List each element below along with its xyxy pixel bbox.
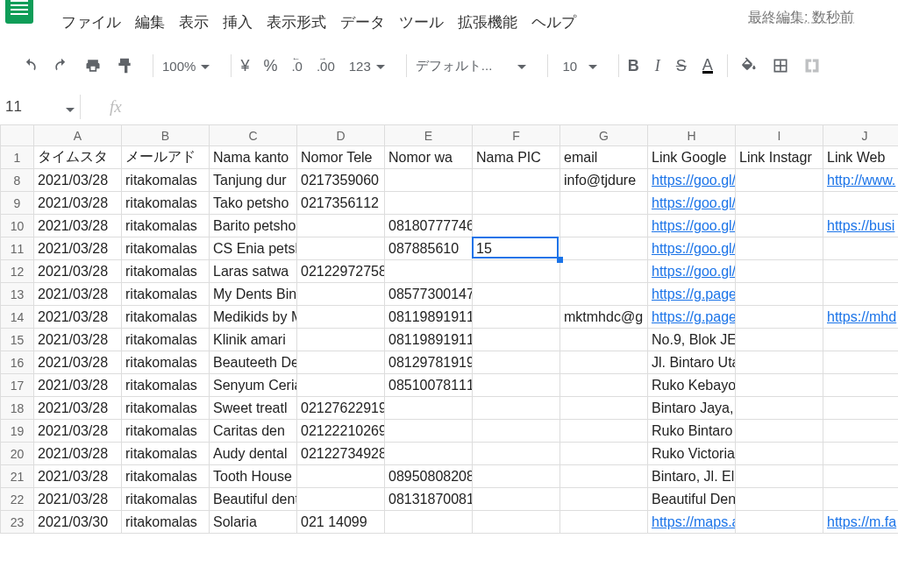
cell[interactable]: ritakomalas bbox=[122, 420, 210, 443]
cell[interactable]: info@tjdure bbox=[560, 169, 648, 192]
cell[interactable]: 087885610 bbox=[385, 237, 473, 260]
row-header-10[interactable]: 10 bbox=[1, 215, 34, 237]
cell[interactable]: Tooth House bbox=[210, 465, 297, 488]
cell[interactable]: http://www. bbox=[823, 169, 899, 192]
paint-format-button[interactable] bbox=[112, 53, 137, 78]
cell[interactable]: 2021/03/28 bbox=[34, 329, 122, 351]
cell[interactable] bbox=[823, 397, 899, 420]
row-header-9[interactable]: 9 bbox=[1, 192, 34, 215]
cell[interactable] bbox=[736, 169, 823, 192]
cell[interactable] bbox=[823, 329, 899, 351]
cell[interactable]: 08119891911 bbox=[385, 306, 473, 329]
cell[interactable] bbox=[560, 215, 648, 237]
cell[interactable] bbox=[473, 169, 560, 192]
column-header-I[interactable]: I bbox=[736, 125, 823, 146]
row-header-1[interactable]: 1 bbox=[1, 146, 34, 169]
menu-挿入[interactable]: 挿入 bbox=[223, 12, 253, 32]
cell[interactable] bbox=[473, 283, 560, 306]
chevron-down-icon[interactable] bbox=[376, 60, 387, 71]
cell[interactable] bbox=[560, 192, 648, 215]
cell[interactable] bbox=[560, 443, 648, 465]
cell[interactable] bbox=[297, 374, 385, 397]
cell[interactable] bbox=[297, 488, 385, 511]
cell[interactable] bbox=[736, 488, 823, 511]
cell[interactable] bbox=[297, 237, 385, 260]
font-size-select[interactable]: 10 bbox=[557, 59, 583, 74]
cell[interactable]: https://goo.gl/maps/AbsNgWaMyBE bbox=[648, 237, 736, 260]
cell[interactable] bbox=[473, 306, 560, 329]
cell[interactable] bbox=[385, 443, 473, 465]
cell[interactable]: ritakomalas bbox=[122, 465, 210, 488]
cell[interactable]: 089508082080 bbox=[385, 465, 473, 488]
zoom-select[interactable]: 100% bbox=[162, 59, 196, 74]
cell[interactable] bbox=[736, 329, 823, 351]
cell[interactable]: My Dents Bintaro bbox=[210, 283, 297, 306]
cell[interactable] bbox=[385, 511, 473, 534]
cell[interactable]: Link Instagr bbox=[736, 146, 823, 169]
cell[interactable] bbox=[736, 260, 823, 283]
cell[interactable]: 2021/03/28 bbox=[34, 260, 122, 283]
cell[interactable] bbox=[823, 420, 899, 443]
cell[interactable] bbox=[560, 465, 648, 488]
undo-button[interactable] bbox=[18, 53, 42, 78]
cell[interactable] bbox=[560, 420, 648, 443]
cell[interactable] bbox=[823, 443, 899, 465]
menu-表示形式[interactable]: 表示形式 bbox=[267, 12, 326, 32]
row-header-11[interactable]: 11 bbox=[1, 237, 34, 260]
cell[interactable] bbox=[736, 351, 823, 374]
cell[interactable]: Audy dental bbox=[210, 443, 297, 465]
cell[interactable]: ritakomalas bbox=[122, 488, 210, 511]
currency-button[interactable]: ¥ bbox=[240, 57, 249, 75]
chevron-down-icon[interactable] bbox=[588, 60, 599, 71]
cell[interactable]: https://goo.gl/maps/T3Bj bbox=[648, 169, 736, 192]
menu-表示[interactable]: 表示 bbox=[179, 12, 209, 32]
column-header-C[interactable]: C bbox=[210, 125, 297, 146]
cell[interactable]: Beautiful dental bbox=[210, 488, 297, 511]
cell[interactable]: 2021/03/28 bbox=[34, 169, 122, 192]
cell[interactable]: 0217359060 bbox=[297, 169, 385, 192]
cell[interactable]: email bbox=[560, 146, 648, 169]
cell[interactable] bbox=[385, 260, 473, 283]
cell[interactable]: Beautiful Dental Clinic, Jln Bintaro u bbox=[648, 488, 736, 511]
row-header-23[interactable]: 23 bbox=[1, 511, 34, 534]
print-button[interactable] bbox=[81, 53, 105, 78]
cell[interactable]: 2021/03/28 bbox=[34, 397, 122, 420]
cell[interactable]: 081297819191 bbox=[385, 351, 473, 374]
cell[interactable] bbox=[736, 443, 823, 465]
cell[interactable] bbox=[736, 306, 823, 329]
borders-button[interactable] bbox=[768, 53, 793, 78]
cell[interactable] bbox=[823, 192, 899, 215]
redo-button[interactable] bbox=[49, 53, 74, 78]
cell[interactable]: ritakomalas bbox=[122, 443, 210, 465]
cell[interactable]: ritakomalas bbox=[122, 237, 210, 260]
cell[interactable]: No.9, Blok JE 8, Jl. Maleo Raya, Pd bbox=[648, 329, 736, 351]
cell[interactable]: 02122210269 bbox=[297, 420, 385, 443]
column-header-D[interactable]: D bbox=[297, 125, 385, 146]
row-header-21[interactable]: 21 bbox=[1, 465, 34, 488]
cell[interactable] bbox=[473, 420, 560, 443]
cell[interactable] bbox=[736, 397, 823, 420]
last-edit-label[interactable]: 最終編集: 数秒前 bbox=[748, 9, 854, 27]
cell[interactable]: Bintaro Jaya, Ruko Sentra Menteng bbox=[648, 397, 736, 420]
cell[interactable] bbox=[297, 465, 385, 488]
cell[interactable]: Caritas den bbox=[210, 420, 297, 443]
cell[interactable]: Tanjung dur bbox=[210, 169, 297, 192]
cell[interactable]: 085773001470 bbox=[385, 283, 473, 306]
column-header-G[interactable]: G bbox=[560, 125, 648, 146]
chevron-down-icon[interactable] bbox=[201, 60, 211, 71]
cell[interactable] bbox=[560, 237, 648, 260]
formula-bar[interactable] bbox=[136, 95, 898, 119]
cell[interactable]: Jl. Bintaro Utama 9 Blok HB 1 No.15 bbox=[648, 351, 736, 374]
cell[interactable]: 2021/03/28 bbox=[34, 283, 122, 306]
cell[interactable]: ritakomalas bbox=[122, 215, 210, 237]
row-header-17[interactable]: 17 bbox=[1, 374, 34, 397]
row-header-19[interactable]: 19 bbox=[1, 420, 34, 443]
column-header-A[interactable]: A bbox=[34, 125, 122, 146]
cell[interactable] bbox=[385, 420, 473, 443]
cell[interactable]: https://maps.app.goo.gl/ bbox=[648, 511, 736, 534]
menu-ツール[interactable]: ツール bbox=[399, 12, 444, 32]
cell[interactable]: mktmhdc@g bbox=[560, 306, 648, 329]
cell[interactable]: Tako petsho bbox=[210, 192, 297, 215]
cell[interactable]: ritakomalas bbox=[122, 169, 210, 192]
cell[interactable]: Link Google bbox=[648, 146, 736, 169]
